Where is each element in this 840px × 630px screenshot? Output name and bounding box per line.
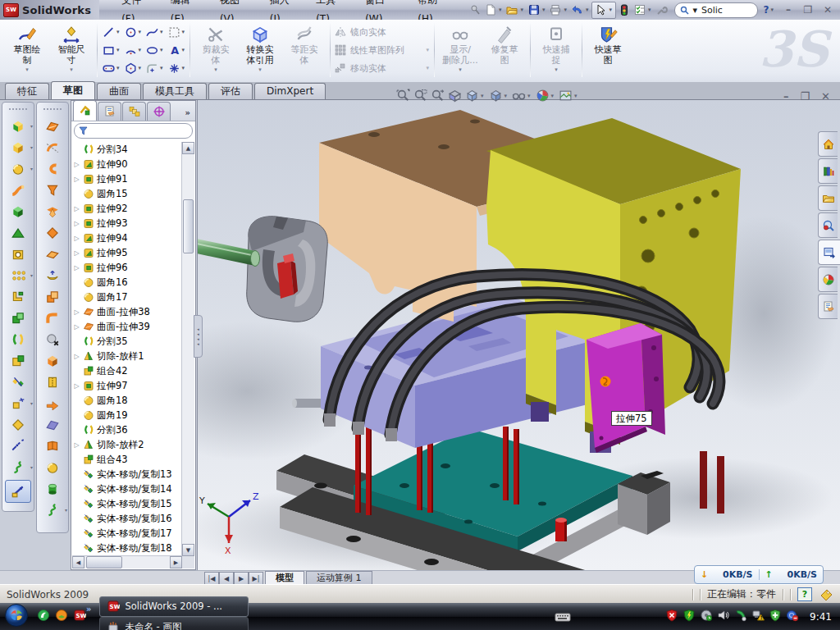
ribbon-button-repair[interactable]: 修复草图 bbox=[482, 21, 527, 79]
prev-tab-button[interactable]: ◀ bbox=[219, 572, 234, 585]
doc-close-button[interactable]: ✕ bbox=[821, 90, 830, 103]
tray-shield-green[interactable] bbox=[682, 609, 696, 624]
app-minimize-button[interactable]: – bbox=[783, 4, 794, 16]
tree-item[interactable]: ▷拉伸95 bbox=[73, 245, 182, 260]
ribbon-button-sketch[interactable]: 草图绘制▾ bbox=[5, 21, 49, 79]
arrow-o-tool-button[interactable] bbox=[37, 393, 68, 414]
tree-item[interactable]: ▷拉伸93 bbox=[73, 216, 182, 231]
tree-item[interactable]: 实体-移动/复制14 bbox=[73, 482, 182, 496]
spring-g-tool-button[interactable]: ▾ bbox=[37, 500, 68, 521]
pane-tab-propmgr[interactable] bbox=[98, 102, 121, 121]
panel-splitter-handle[interactable]: ◂◂◂◂ bbox=[194, 315, 203, 358]
expand-arrow-icon[interactable]: ▷ bbox=[73, 235, 80, 242]
plane-o-tool-button[interactable] bbox=[37, 244, 68, 265]
last-tab-button[interactable]: ▶| bbox=[249, 572, 263, 585]
Ls-y-tool-button[interactable] bbox=[2, 286, 34, 308]
scroll-thumb-h[interactable] bbox=[86, 556, 122, 568]
tree-item[interactable]: ▷拉伸97 bbox=[73, 378, 182, 393]
scene-button[interactable]: ▾ bbox=[536, 89, 556, 103]
pane-tab-configmgr[interactable] bbox=[122, 102, 146, 121]
vieworient-button[interactable]: ▾ bbox=[465, 89, 486, 103]
tree-item[interactable]: 圆角16 bbox=[73, 275, 182, 290]
ribbon-button-smartdim[interactable]: 智能尺寸▾ bbox=[49, 21, 94, 79]
spline-tool-button[interactable]: ▾ bbox=[144, 24, 165, 41]
expand-arrow-icon[interactable]: ▷ bbox=[73, 249, 80, 257]
ribbon-button-quicksnap[interactable]: 快速捕捉▾ bbox=[534, 21, 578, 79]
zoom-area-button[interactable] bbox=[413, 89, 427, 103]
task-pane-tab-design-library[interactable] bbox=[818, 158, 838, 184]
doc-tab-model[interactable]: 模型 bbox=[265, 571, 304, 585]
ribbon-button-movent[interactable]: 移动实体▾ bbox=[334, 60, 431, 77]
quick-tips-button[interactable]: ? bbox=[797, 587, 812, 601]
next-tab-button[interactable]: ▶ bbox=[234, 572, 249, 585]
tube-o-tool-button[interactable] bbox=[37, 308, 68, 329]
scroll-up-button[interactable]: ▲ bbox=[182, 142, 194, 154]
expand-arrow-icon[interactable]: ▷ bbox=[73, 441, 80, 449]
search-input[interactable]: ▾ Solic bbox=[674, 2, 758, 18]
sfillet-tool-button[interactable]: ▾ bbox=[144, 60, 165, 77]
tree-item[interactable]: 组合42 bbox=[73, 363, 182, 378]
expand-arrow-icon[interactable]: ▷ bbox=[73, 353, 80, 360]
cube-g-tool-button[interactable] bbox=[2, 201, 34, 222]
zoom-fit-button[interactable] bbox=[396, 89, 410, 103]
pane-tab-dimxpert[interactable] bbox=[147, 102, 171, 121]
task-pane-tab-view-palette[interactable] bbox=[818, 240, 840, 265]
taskbar-window-1[interactable]: SWSolidWorks 2009 - ... bbox=[99, 596, 249, 617]
ribbon-button-trim[interactable]: 剪裁实体▾ bbox=[194, 21, 238, 79]
cubes-o-tool-button[interactable] bbox=[37, 286, 68, 308]
help-button[interactable]: ?▾ bbox=[763, 2, 776, 18]
cross-o-tool-button[interactable] bbox=[37, 201, 68, 222]
tree-item[interactable]: ▷拉伸91 bbox=[73, 171, 182, 186]
tree-item[interactable]: 圆角19 bbox=[73, 408, 182, 422]
pane-tab-featmgr[interactable] bbox=[73, 100, 97, 121]
pane-tabs-overflow[interactable]: » bbox=[185, 108, 194, 121]
graphics-viewport[interactable]: Y Z X ▾▾▾▾▾ – ❐ ✕ 拉伸75 ◂◂◂◂ bbox=[197, 100, 840, 570]
settings-button[interactable]: ▾ bbox=[559, 89, 579, 103]
tree-item[interactable]: ▷切除-放样1 bbox=[73, 349, 182, 363]
tag-icon[interactable] bbox=[819, 588, 833, 601]
ribbon-button-displayrel[interactable]: 显示/删除几...▾ bbox=[438, 21, 482, 79]
tab-特征[interactable]: 特征 bbox=[5, 83, 49, 99]
wand-tool-button[interactable]: ▾ bbox=[2, 393, 34, 414]
doc-restore-button[interactable]: ❐ bbox=[800, 90, 810, 103]
ribbon-button-convert[interactable]: 转换实体引用▾ bbox=[238, 21, 282, 79]
sweep-y-tool-button[interactable] bbox=[2, 180, 34, 201]
scroll-down-button[interactable]: ▼ bbox=[182, 544, 194, 556]
rebuild-button[interactable] bbox=[617, 2, 632, 18]
ribbon-button-rapidsketch[interactable]: 快速草图 bbox=[586, 21, 630, 79]
tray-shield-red[interactable] bbox=[665, 609, 678, 624]
search-value[interactable]: Solic bbox=[701, 5, 723, 16]
task-pane-tab-file-explorer[interactable] bbox=[818, 185, 838, 211]
tree-item[interactable]: 实体-移动/复制16 bbox=[73, 511, 182, 526]
boxes-g-tool-button[interactable] bbox=[2, 308, 34, 329]
task-pane-tab-custom-props[interactable] bbox=[818, 294, 838, 319]
tree-item[interactable]: 圆角18 bbox=[73, 393, 182, 408]
dots-y-tool-button[interactable]: ▾ bbox=[2, 265, 34, 286]
expand-arrow-icon[interactable]: ▷ bbox=[73, 205, 80, 212]
funnel-o-tool-button[interactable] bbox=[37, 180, 68, 201]
tree-item[interactable]: 组合43 bbox=[73, 452, 182, 467]
scroll-thumb[interactable] bbox=[183, 199, 194, 253]
diamond-y-tool-button[interactable] bbox=[2, 414, 34, 436]
ribbon-button-offset[interactable]: 等距实体 bbox=[282, 21, 326, 79]
book-o-tool-button[interactable] bbox=[37, 436, 68, 457]
line-tool-button[interactable]: ▾ bbox=[101, 24, 121, 41]
task-pane-tab-search[interactable] bbox=[818, 212, 838, 238]
tab-草图[interactable]: 草图 bbox=[51, 81, 95, 99]
pin-button[interactable] bbox=[468, 2, 482, 18]
expand-arrow-icon[interactable]: ▷ bbox=[73, 161, 80, 168]
model-locating-pin[interactable] bbox=[555, 518, 567, 541]
ribbon-button-mirror[interactable]: 镜向实体 bbox=[334, 24, 431, 41]
scroll-right-button[interactable]: ▶ bbox=[170, 556, 182, 568]
quick-launch-msn[interactable] bbox=[37, 609, 50, 624]
cyl-g-tool-button[interactable] bbox=[37, 478, 68, 500]
tree-item[interactable]: 分割34 bbox=[73, 142, 182, 157]
toolbox-button[interactable] bbox=[655, 2, 669, 18]
app-restore-button[interactable]: ❐ bbox=[802, 4, 814, 16]
task-pane-tab-resources[interactable] bbox=[818, 131, 838, 157]
arc-tool-button[interactable]: ▾ bbox=[123, 42, 144, 59]
hole-w-tool-button[interactable] bbox=[2, 244, 34, 265]
tree-item[interactable]: 圆角15 bbox=[73, 186, 182, 201]
tree-filter-input[interactable] bbox=[74, 123, 193, 139]
toolbar-grip[interactable] bbox=[9, 108, 27, 113]
